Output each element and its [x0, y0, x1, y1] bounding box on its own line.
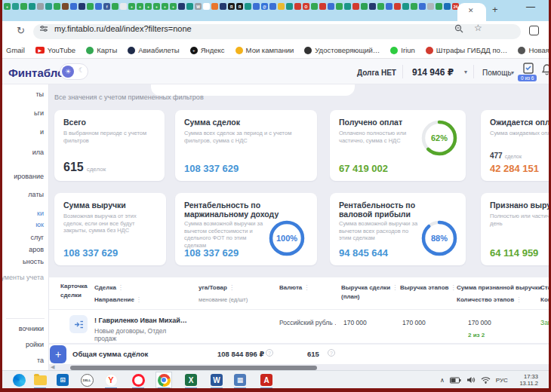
col-header-recognized[interactable]: Сумма признанной выручки⋮: [457, 284, 549, 291]
col-header-stage-count[interactable]: Количество этапов⋮: [457, 296, 522, 303]
checklist-icon[interactable]: [522, 63, 534, 75]
pinned-tab-favicon[interactable]: [120, 3, 127, 10]
card-deals-sum[interactable]: Сумма сделок Сумма всех сделок за период…: [175, 110, 317, 181]
new-tab-button[interactable]: +: [492, 4, 498, 15]
card-revenue-sum[interactable]: Сумма выручки Возможная выручка от этих …: [54, 193, 166, 265]
pinned-tab-favicon[interactable]: [386, 3, 392, 10]
taskbar-excel-icon[interactable]: X: [183, 372, 199, 387]
pinned-tab-favicon[interactable]: [344, 3, 351, 10]
pinned-tab-favicon[interactable]: [112, 3, 119, 10]
pinned-tab-favicon[interactable]: +: [145, 3, 152, 10]
pinned-tab-favicon[interactable]: +: [137, 3, 143, 10]
pinned-tab-favicon[interactable]: [245, 3, 251, 10]
pinned-tab-favicon[interactable]: [444, 3, 451, 10]
card-total-deals[interactable]: Всего В выбранном периоде с учетом фильт…: [54, 110, 165, 181]
tray-language[interactable]: РУС: [496, 377, 508, 384]
pinned-tab-favicon[interactable]: [20, 3, 27, 10]
battery-icon[interactable]: [450, 377, 461, 384]
add-deal-button[interactable]: +: [50, 345, 66, 363]
pinned-tab-favicon[interactable]: [411, 3, 417, 10]
taskbar-dell-icon[interactable]: DELL: [79, 372, 94, 387]
deal-title[interactable]: ! Гавриленко Иван Михай…: [94, 317, 187, 324]
pinned-tab-favicon[interactable]: [12, 3, 19, 10]
scroll-left-icon[interactable]: ◀: [51, 364, 54, 370]
pinned-tab-favicon[interactable]: [178, 3, 185, 10]
sidebar-footer-item[interactable]: та: [37, 357, 44, 364]
taskbar-acrobat-icon[interactable]: A: [259, 372, 274, 387]
url-text[interactable]: my.fintablo.ru/deal/index?filters=none: [54, 24, 192, 33]
bookmark-удостоверяющий-[interactable]: Удостоверяющий…: [304, 46, 380, 54]
sidebar-item[interactable]: юк: [35, 221, 44, 228]
pinned-tab-favicon[interactable]: [402, 3, 409, 10]
sidebar-item[interactable]: аров: [29, 246, 44, 253]
pinned-tab-favicon[interactable]: [220, 3, 226, 10]
pinned-tab-favicon[interactable]: f: [103, 3, 110, 10]
reload-icon[interactable]: ↻: [17, 25, 25, 36]
card-recognized-revenue[interactable]: Признано выручки Полностью или частично …: [481, 193, 551, 265]
bookmark-авиабилеты[interactable]: Авиабилеты: [128, 46, 179, 54]
light-theme-icon[interactable]: ☀: [62, 66, 74, 78]
sidebar-item[interactable]: ьность: [23, 258, 44, 265]
sidebar-item[interactable]: и: [40, 128, 44, 136]
sidebar-item[interactable]: слуг: [30, 234, 44, 241]
tray-clock[interactable]: 17:33 13.11.2: [513, 373, 538, 387]
card-payments-received[interactable]: Получено оплат Оплачено полностью или ча…: [330, 110, 466, 181]
info-icon[interactable]: ?: [266, 349, 273, 357]
pinned-tab-favicon[interactable]: [54, 3, 60, 10]
bookmark-youtube[interactable]: ▶YouTube: [35, 46, 75, 54]
dark-theme-icon[interactable]: ☾: [78, 66, 85, 74]
pinned-tab-favicon[interactable]: [286, 3, 293, 10]
col-header-revenue-plan[interactable]: Выручка сделки⋮: [341, 284, 398, 291]
theme-toggle[interactable]: ☀ ☾: [60, 63, 88, 80]
bookmark-star-icon[interactable]: ☆: [474, 23, 482, 33]
pinned-tab-favicon[interactable]: [203, 3, 210, 10]
sidebar-footer-item[interactable]: вочники: [19, 325, 44, 332]
sidebar-item[interactable]: ьги: [34, 109, 44, 117]
balance-chevron-icon[interactable]: ▾: [464, 69, 467, 75]
card-margin-profitability[interactable]: Рентабельность по маржинальному доходу С…: [175, 193, 317, 265]
card-gross-profitability[interactable]: Рентабельность по валовой прибыли Сумма …: [330, 193, 466, 265]
taskbar-explorer-icon[interactable]: [32, 372, 48, 387]
taskbar-store-icon[interactable]: ⊞: [55, 372, 70, 387]
sidebar-item[interactable]: ки: [37, 210, 44, 217]
app-logo[interactable]: Финтабло: [8, 66, 64, 79]
pinned-tabs[interactable]: +f++++++WЯЯ@O24: [4, 3, 459, 10]
sidebar-item[interactable]: ила: [32, 149, 44, 156]
pinned-tab-favicon[interactable]: +: [153, 3, 160, 10]
tune-icon[interactable]: [39, 24, 48, 33]
pinned-tab-favicon[interactable]: [37, 3, 44, 10]
close-tab-icon[interactable]: ✕: [468, 7, 474, 14]
pinned-tab-favicon[interactable]: [29, 3, 35, 10]
pinned-tab-favicon[interactable]: [78, 3, 85, 10]
pinned-tab-favicon[interactable]: [294, 3, 301, 10]
active-tab[interactable]: ✕: [457, 3, 486, 21]
sidebar-item[interactable]: ирование: [14, 173, 44, 180]
pinned-tab-favicon[interactable]: [427, 3, 434, 10]
pinned-tab-favicon[interactable]: Я: [236, 3, 243, 10]
speaker-icon[interactable]: [466, 376, 476, 384]
bookmark-мои-кампании[interactable]: Мои кампании: [235, 46, 294, 54]
bookmark-штрафы-гибдд-по-[interactable]: Штрафы ГИБДД по…: [426, 46, 508, 54]
pinned-tab-favicon[interactable]: [45, 3, 52, 10]
pinned-tab-favicon[interactable]: [95, 3, 102, 10]
zoom-icon[interactable]: [454, 24, 463, 33]
summary-chevron-icon[interactable]: ∨: [132, 350, 137, 357]
balance-amount[interactable]: 914 946 ₽: [412, 67, 454, 78]
pinned-tab-favicon[interactable]: [186, 3, 193, 10]
extension-icon[interactable]: [529, 26, 539, 35]
sidebar-footer-item[interactable]: ройки: [26, 341, 44, 348]
bookmark-gmail[interactable]: Gmail: [6, 46, 25, 54]
taskbar-chrome-icon[interactable]: [156, 372, 171, 387]
pinned-tab-favicon[interactable]: +: [128, 3, 135, 10]
pinned-tab-favicon[interactable]: O: [303, 3, 309, 10]
pinned-tab-favicon[interactable]: [311, 3, 318, 10]
sidebar-item[interactable]: ты: [35, 90, 44, 98]
pinned-tab-favicon[interactable]: [211, 3, 218, 10]
taskbar-yandex-icon[interactable]: Y: [103, 372, 119, 387]
help-chevron-icon[interactable]: ▾: [511, 69, 514, 76]
pinned-tab-favicon[interactable]: +: [162, 3, 168, 10]
pinned-tab-favicon[interactable]: [328, 3, 334, 10]
summary-label[interactable]: Общая сумма сделок: [72, 350, 148, 358]
wifi-icon[interactable]: [481, 376, 491, 384]
pinned-tab-favicon[interactable]: [87, 3, 94, 10]
